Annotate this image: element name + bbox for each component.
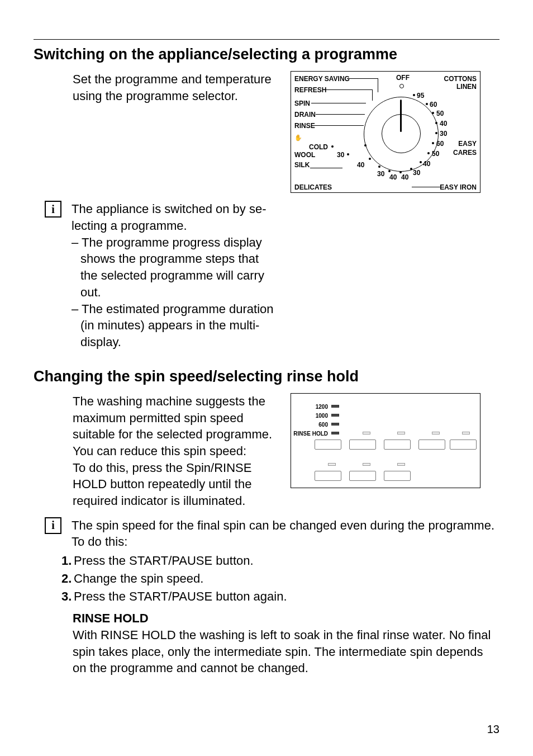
dial-wool: WOOL	[294, 151, 315, 159]
temp-30b: 30	[413, 169, 420, 177]
led	[363, 463, 370, 466]
led	[397, 432, 405, 434]
dial-cold: COLD	[309, 143, 328, 151]
led-1200	[331, 405, 339, 408]
section2-title: Changing the spin speed/selecting rinse …	[34, 367, 499, 385]
lead	[323, 89, 373, 90]
led	[328, 463, 336, 466]
dial-dot	[331, 145, 334, 148]
section2-intro2: To do this, press the Spin/RINSE HOLD bu…	[73, 460, 279, 509]
led-rinse-hold	[331, 432, 339, 434]
info-symbol: i	[51, 519, 55, 532]
btn	[384, 471, 411, 481]
dial-dot	[388, 170, 391, 172]
led	[432, 432, 440, 434]
temp-40c: 40	[401, 173, 408, 181]
btn	[349, 471, 376, 481]
section1-info-para: The appliance is switched on by se­lecti…	[72, 201, 278, 234]
btn	[315, 471, 341, 481]
rinse-hold-body: With RINSE HOLD the washing is left to s…	[73, 627, 492, 677]
lead	[412, 187, 444, 187]
dial-drain: DRAIN	[294, 111, 316, 119]
led	[363, 432, 370, 434]
temp-40: 40	[440, 120, 447, 127]
led-1000	[331, 414, 339, 417]
lead	[378, 78, 378, 92]
section2-intro: The washing machine suggests the maximum…	[73, 393, 279, 460]
dial-off: OFF	[396, 74, 410, 82]
section2-info-para: The spin speed for the final spin can be…	[72, 517, 496, 550]
step-1: 1.Press the START/PAUSE button.	[61, 552, 492, 569]
spin-speed-panel: 1200 1000 600 RINSE HOLD	[291, 393, 480, 488]
speed-600: 600	[308, 422, 328, 428]
top-rule	[34, 39, 499, 40]
dial-dot	[369, 158, 371, 160]
btn	[450, 440, 477, 450]
info-icon: i	[45, 517, 61, 534]
section1-bullet-2: The estimated programme dura­tion (in mi…	[80, 301, 278, 351]
temp-30c: 30	[377, 170, 384, 178]
dial-dot	[347, 153, 349, 155]
led	[397, 463, 405, 466]
hand-wash-icon: ✋	[294, 134, 302, 141]
info-icon: i	[45, 201, 61, 218]
dial-cottons: COTTONS	[444, 75, 477, 83]
dial-energy-saving: ENERGY SAVING	[294, 75, 350, 83]
dial-rinse: RINSE	[294, 122, 315, 130]
dial-linen: LINEN	[456, 83, 477, 91]
lead	[313, 125, 364, 126]
page-number: 13	[487, 723, 499, 736]
temp-50b: 50	[432, 150, 439, 158]
dial-delicates: DELICATES	[294, 183, 332, 191]
lead	[316, 114, 365, 115]
speed-rinse-hold: RINSE HOLD	[291, 431, 328, 437]
section1-intro: Set the programme and tempera­ture using…	[73, 71, 279, 104]
dial-dot	[426, 103, 428, 105]
speed-1000: 1000	[308, 413, 328, 419]
temp-50: 50	[436, 110, 444, 117]
dial-cares: CARES	[453, 149, 477, 157]
btn	[349, 440, 376, 450]
info-symbol: i	[51, 203, 55, 216]
step-2-text: Change the spin speed.	[74, 571, 203, 585]
programme-dial-diagram: OFF ENERGY SAVING REFRESH SPIN DRAIN RIN…	[291, 71, 480, 193]
btn	[418, 440, 445, 450]
section1-bullet-1: The programme progress display shows the…	[80, 234, 278, 301]
led	[462, 432, 470, 434]
section1-title: Switching on the appliance/selecting a p…	[34, 45, 499, 63]
dial-easy-iron: EASY IRON	[440, 183, 477, 191]
dial-silk: SILK	[294, 161, 310, 169]
step-1-text: Press the START/PAUSE button.	[74, 554, 254, 568]
temp-95: 95	[417, 92, 424, 100]
speed-1200: 1200	[308, 404, 328, 410]
temp-60: 60	[430, 101, 437, 108]
step-2: 2.Change the spin speed.	[61, 570, 492, 587]
step-3: 3.Press the START/PAUSE button again.	[61, 588, 492, 605]
lead	[310, 168, 342, 168]
rinse-hold-heading: RINSE HOLD	[73, 610, 492, 627]
dial-refresh: REFRESH	[294, 86, 326, 94]
temp-30d: 30	[337, 151, 344, 159]
temp-40e: 40	[357, 161, 364, 169]
dial-pointer	[400, 100, 402, 132]
btn	[315, 440, 341, 450]
temp-60b: 60	[436, 140, 444, 148]
dial-easy: EASY	[458, 140, 477, 148]
lead	[372, 89, 373, 101]
dial-dot	[378, 166, 380, 168]
step-3-text: Press the START/PAUSE button again.	[74, 589, 287, 603]
temp-40d: 40	[389, 173, 397, 181]
lead	[347, 78, 378, 79]
btn	[384, 440, 411, 450]
temp-40b: 40	[423, 160, 430, 168]
off-circle	[399, 84, 404, 88]
temp-30: 30	[440, 130, 447, 138]
dial-dot	[413, 94, 415, 96]
dial-dot	[432, 112, 434, 114]
lead	[311, 103, 366, 103]
led-600	[331, 423, 339, 426]
dial-spin: SPIN	[294, 100, 310, 107]
